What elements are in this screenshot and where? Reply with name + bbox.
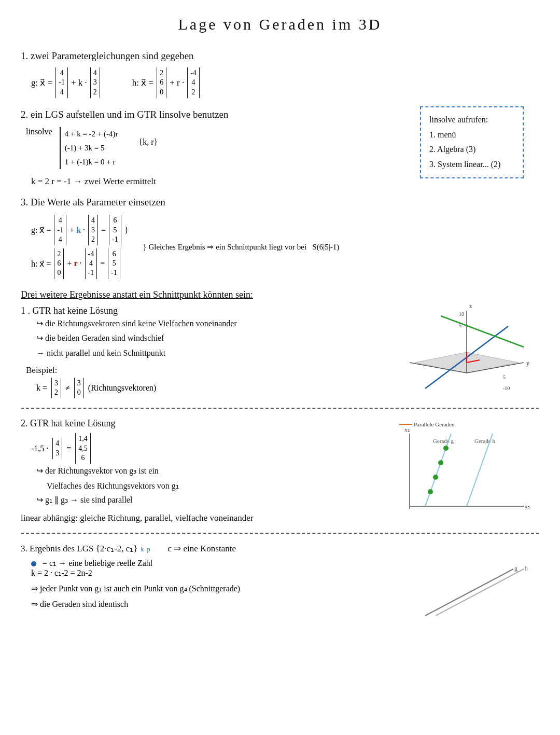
gh-lines-graph: g h xyxy=(420,548,534,621)
g-sub-pos: 4-14 xyxy=(54,215,66,245)
h-equation: h: x⃗ = 260 + r · -442 xyxy=(132,67,201,98)
svg-text:g: g xyxy=(514,565,517,572)
svg-line-7 xyxy=(441,316,524,347)
svg-point-27 xyxy=(443,446,449,451)
svg-text:5: 5 xyxy=(459,323,461,328)
3d-graph: z y 10 5 5 -10 xyxy=(399,300,534,404)
svg-text:Parallele Geraden: Parallele Geraden xyxy=(414,421,455,427)
svg-point-25 xyxy=(433,475,438,480)
case-1-mat2: 30 xyxy=(74,378,84,398)
case-2-mat-result: 1,44,56 xyxy=(75,433,91,464)
h-matrix-dir: -442 xyxy=(187,67,200,98)
h-sub-dir: -44-1 xyxy=(85,248,97,279)
divider-2 xyxy=(21,533,539,534)
eq-3: 1 + (-1)k = 0 + r xyxy=(65,155,118,169)
svg-line-23 xyxy=(467,434,493,506)
lgs-equations: 4 + k = -2 + (-4)r (-1) + 3k = 5 1 + (-1… xyxy=(60,127,118,169)
h-substituted: h: x⃗ = 260 + r · -44-1 = 65-1 xyxy=(31,248,128,279)
blue-dot xyxy=(31,561,36,566)
g-sub-result: 65-1 xyxy=(109,215,121,245)
g-matrix-dir: 432 xyxy=(90,67,100,98)
svg-text:Gerade h: Gerade h xyxy=(474,438,496,444)
svg-text:5: 5 xyxy=(503,375,506,380)
linsolve-item-1: 1. menü xyxy=(429,128,514,143)
underline-heading: Drei weitere Ergebnisse anstatt ein Schn… xyxy=(21,289,539,300)
divider-1 xyxy=(21,408,539,409)
section-2: 2. ein LGS aufstellen und im GTR linsolv… xyxy=(21,106,539,169)
case-1-mat1: 32 xyxy=(51,378,61,398)
case-2: 2. GTR hat keine Lösung Parallele Gerade… xyxy=(21,418,539,523)
case-3: 3. Ergebnis des LGS {2·c₁-2, c₁} k p c ⇒… xyxy=(21,543,539,613)
svg-text:h: h xyxy=(525,565,528,572)
svg-text:Gerade g: Gerade g xyxy=(433,438,454,444)
section-1: 1. zwei Parametergleichungen sind gegebe… xyxy=(21,48,539,98)
linsolve-hint-box: linsolve aufrufen: 1. menü 2. Algebra (3… xyxy=(420,106,524,178)
case-2-mat1: 43 xyxy=(52,438,62,459)
section-3: 3. Die Werte als Parameter einsetzen g: … xyxy=(21,194,539,279)
page: Lage von Geraden im 3D 1. zwei Parameter… xyxy=(0,0,560,735)
linsolve-item-2: 2. Algebra (3) xyxy=(429,142,514,157)
svg-line-22 xyxy=(425,434,451,506)
h-matrix-pos: 260 xyxy=(157,67,166,98)
svg-text:z: z xyxy=(469,302,472,310)
svg-text:y: y xyxy=(526,359,529,367)
svg-point-24 xyxy=(428,489,433,494)
g-equation: g: x⃗ = 4-14 + k · 432 xyxy=(31,67,101,98)
case-1: 1 . GTR hat keine Lösung z y xyxy=(21,306,539,399)
g-matrix-pos: 4-14 xyxy=(55,67,68,98)
lgs-result-set: {k, r} xyxy=(139,137,158,147)
section-3-label: 3. Die Werte als Parameter einsetzen xyxy=(21,194,539,211)
eq-2: (-1) + 3k = 5 xyxy=(65,141,118,155)
h-sub-pos: 260 xyxy=(54,248,64,279)
svg-text:x₁: x₁ xyxy=(525,503,530,509)
svg-point-26 xyxy=(438,460,443,465)
svg-line-28 xyxy=(425,569,513,616)
linsolve-label: linsolve xyxy=(26,127,52,136)
section-3-conclusion: } Gleiches Ergebnis ⇒ ein Schnittpunkt l… xyxy=(143,215,339,279)
section-3-equations: g: x⃗ = 4-14 + k · 432 = 65-1 } h: x⃗ = … xyxy=(31,215,128,279)
svg-text:10: 10 xyxy=(459,311,464,317)
parallel-graph: Parallele Geraden x₁ x₂ Gerade g Gerade … xyxy=(389,418,534,527)
linsolve-item-3: 3. System linear... (2) xyxy=(429,157,514,172)
h-sub-result: 65-1 xyxy=(108,248,120,279)
svg-line-30 xyxy=(436,569,524,616)
svg-text:-10: -10 xyxy=(503,385,510,391)
g-sub-dir: 432 xyxy=(88,215,98,245)
page-title: Lage von Geraden im 3D xyxy=(21,16,539,33)
section-1-label: 1. zwei Parametergleichungen sind gegebe… xyxy=(21,48,539,64)
eq-1: 4 + k = -2 + (-4)r xyxy=(65,127,118,141)
svg-text:x₂: x₂ xyxy=(404,426,410,433)
g-substituted: g: x⃗ = 4-14 + k · 432 = 65-1 } xyxy=(31,215,128,245)
linsolve-box-title: linsolve aufrufen: xyxy=(429,113,514,128)
